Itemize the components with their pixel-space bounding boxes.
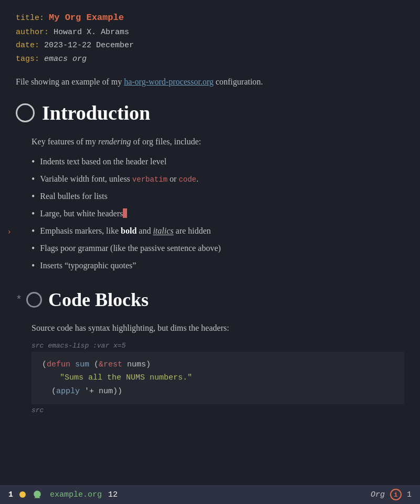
intro-text-before: File showing an example of my: [16, 77, 124, 86]
introduction-heading-text: Introduction: [42, 101, 150, 124]
status-info-count: 1: [407, 490, 412, 499]
author-key: author:: [16, 28, 49, 37]
list-item: • Inserts “typographic quotes”: [32, 259, 404, 273]
list-item-text: Variable width font, unless verbatim or …: [40, 172, 198, 186]
status-bar: 1 example.org 12 Org i 1: [0, 485, 420, 504]
intro-body-before: Key features of my: [32, 137, 98, 146]
bullet-icon: •: [32, 224, 35, 238]
bullet-icon: •: [32, 242, 35, 256]
heading-circle-icon: [26, 292, 42, 308]
intro-paragraph: File showing an example of my ha-org-wor…: [16, 75, 404, 89]
code-blocks-body: Source code has syntax highlighting, but…: [32, 321, 404, 335]
date-value: 2023-12-22 December: [44, 41, 134, 50]
arrow-marker-icon: ›: [8, 225, 10, 238]
emacs-icon: [32, 489, 43, 500]
status-mode: Org: [371, 490, 385, 499]
bullet-icon: •: [32, 259, 35, 273]
author-value: Howard X. Abrams: [54, 28, 129, 37]
list-item: • Variable width font, unless verbatim o…: [32, 172, 404, 186]
introduction-heading: Introduction: [16, 101, 404, 124]
list-item-text: Indents text based on the header level: [40, 155, 166, 169]
list-item: • Large, but white headers: [32, 207, 404, 221]
heading-circle-icon: [16, 103, 35, 122]
src-label-bottom: src: [32, 406, 404, 414]
heading-asterisk: *: [16, 294, 22, 306]
info-icon: i: [390, 489, 402, 500]
meta-tags-line: tags: emacs org: [16, 52, 404, 66]
intro-body-rest: of org files, include:: [131, 137, 201, 146]
status-line-number: 1: [8, 490, 13, 499]
verbatim-text: verbatim: [132, 175, 167, 184]
list-item: › • Emphasis markers, like bold and ital…: [32, 224, 404, 238]
list-item-text: Large, but white headers: [40, 207, 127, 220]
bullet-icon: •: [32, 155, 35, 169]
date-key: date:: [16, 41, 39, 50]
intro-text-after: configuration.: [214, 77, 263, 86]
introduction-body: Key features of my rendering of org file…: [32, 135, 404, 149]
bullet-icon: •: [32, 172, 35, 186]
code-blocks-content: Source code has syntax highlighting, but…: [16, 321, 404, 414]
tags-key: tags:: [16, 55, 39, 64]
tags-value: emacs org: [44, 55, 87, 64]
introduction-content: Key features of my rendering of org file…: [16, 135, 404, 273]
status-filename: example.org: [50, 490, 102, 499]
list-item: • Indents text based on the header level: [32, 155, 404, 169]
list-item: • Flags poor grammar (like the passive s…: [32, 242, 404, 256]
code-blocks-heading: * Code Blocks: [16, 289, 404, 311]
code-blocks-section: * Code Blocks Source code has syntax hig…: [16, 289, 404, 414]
status-right-group: Org i 1: [371, 489, 412, 500]
bold-text: bold: [121, 226, 136, 235]
code-text: code: [178, 175, 196, 184]
introduction-bullet-list: • Indents text based on the header level…: [32, 155, 404, 273]
intro-body-italic: rendering: [98, 137, 131, 146]
metadata-block: title: My Org Example author: Howard X. …: [16, 10, 404, 66]
meta-title-line: title: My Org Example: [16, 10, 404, 26]
list-item-text: Real bullets for lists: [40, 190, 107, 203]
list-item-text: Emphasis markers, like bold and italics …: [40, 224, 211, 238]
status-col-number: 12: [108, 490, 118, 499]
list-item-text: Inserts “typographic quotes”: [40, 259, 136, 272]
italic-text: italics: [153, 226, 173, 235]
code-line-3: (apply '+ num)): [42, 385, 394, 398]
intro-link[interactable]: ha-org-word-processor.org: [124, 77, 213, 86]
title-value: My Org Example: [49, 13, 124, 23]
code-line-2: "Sums all the NUMS numbers.": [42, 371, 394, 385]
list-item: • Real bullets for lists: [32, 190, 404, 204]
bullet-icon: •: [32, 207, 35, 221]
meta-author-line: author: Howard X. Abrams: [16, 26, 404, 39]
code-line-1: (defun sum (&rest nums): [42, 358, 394, 372]
code-blocks-heading-text: Code Blocks: [48, 289, 149, 311]
bullet-icon: •: [32, 190, 35, 204]
status-dot-icon: [19, 491, 26, 498]
src-label-top: src emacs-lisp :var x=5: [32, 342, 404, 350]
title-key: title:: [16, 14, 44, 23]
meta-date-line: date: 2023-12-22 December: [16, 39, 404, 52]
cursor-block: [123, 208, 127, 218]
list-item-text: Flags poor grammar (like the passive sen…: [40, 242, 220, 255]
code-block: (defun sum (&rest nums) "Sums all the NU…: [32, 352, 404, 405]
